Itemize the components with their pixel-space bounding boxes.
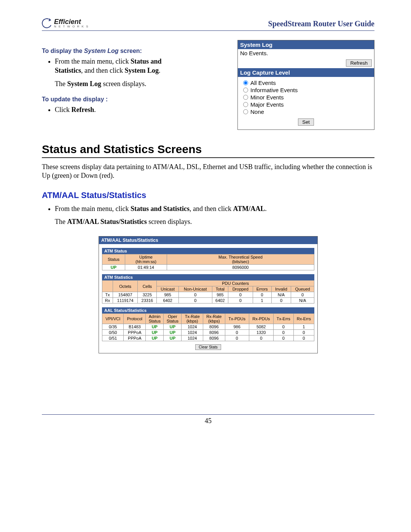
table-row: 0/35 B1483 UP UP 1024 8096 986 5082 0 1: [102, 324, 314, 330]
aal-table: VPI/VCI Protocol AdminStatus OperStatus …: [102, 313, 314, 341]
atm-status-sect: ATM Status: [102, 248, 314, 254]
instr-sub: The System Log screen displays.: [55, 79, 164, 88]
atm-status-table: Status Uptime(hh:mm:ss) Max. Theoretical…: [102, 254, 314, 270]
logo: Efficient N E T W O R K S: [42, 18, 89, 28]
page-header: Efficient N E T W O R K S SpeedStream Ro…: [42, 18, 374, 31]
section-heading: Status and Statistics Screens: [42, 143, 374, 158]
refresh-button[interactable]: Refresh: [346, 59, 372, 67]
radio-label: None: [250, 109, 264, 115]
cell-speed: 8096000: [167, 265, 314, 270]
cell-uptime: 01:49:14: [125, 265, 167, 270]
section-para: These screens display data pertaining to…: [42, 163, 374, 181]
atm-stats-table: Octets Cells PDU Counters Unicast Non-Un…: [102, 280, 314, 304]
panel-title: System Log: [238, 40, 374, 49]
no-events-text: No Events.: [238, 49, 374, 58]
system-log-panel: System Log No Events. Refresh Log Captur…: [237, 40, 374, 130]
radio-label: Informative Events: [250, 87, 298, 93]
page-number: 45: [42, 414, 374, 425]
cell-status: UP: [102, 265, 125, 270]
set-button[interactable]: Set: [298, 118, 314, 126]
atm-shot-title: ATM/AAL Status/Statistics: [99, 236, 317, 244]
table-row: UP 01:49:14 8096000: [102, 265, 314, 270]
table-row: Rx 1119174 23316 6402 0 6402 0 1 0 N/A: [102, 298, 314, 304]
radio-all-events[interactable]: [243, 80, 248, 85]
atm-sub: The ATM/AAL Status/Statistics screen dis…: [55, 217, 374, 226]
instr-bullet: From the main menu, click Status and Sta…: [55, 57, 164, 75]
radio-none[interactable]: [243, 109, 248, 114]
radio-label: Minor Events: [250, 94, 284, 101]
th-uptime: Uptime(hh:mm:ss): [125, 254, 167, 265]
atm-heading: ATM/AAL Status/Statistics: [42, 190, 374, 200]
instr-display-syslog-head: To display the System Log screen:: [42, 48, 164, 54]
atm-stats-sect: ATM Statistics: [102, 274, 314, 280]
radio-major[interactable]: [243, 102, 248, 107]
table-row: 0/50 PPPoA UP UP 1024 8096 0 1320 0 0: [102, 330, 314, 335]
radio-label: All Events: [250, 80, 276, 86]
swoosh-icon: [40, 17, 53, 29]
table-row: Tx 154807 3225 985 0 985 0 0 N/A 0: [102, 292, 314, 298]
th-status: Status: [102, 254, 125, 265]
clear-stats-button[interactable]: Clear Stats: [195, 344, 221, 350]
radio-informative[interactable]: [243, 88, 248, 93]
atm-screenshot: ATM/AAL Status/Statistics ATM Status Sta…: [99, 236, 318, 353]
atm-bullet: From the main menu, click Status and Sta…: [55, 204, 374, 213]
aal-sect: AAL Status/Statistics: [102, 307, 314, 313]
log-capture-head: Log Capture Level: [238, 68, 374, 77]
table-row: 0/51 PPPoA UP UP 1024 8096 0 0 0 0: [102, 335, 314, 341]
logo-brand: Efficient: [54, 19, 89, 25]
radio-label: Major Events: [250, 101, 284, 108]
doc-title: SpeedStream Router User Guide: [268, 19, 374, 28]
radio-minor[interactable]: [243, 95, 248, 100]
instr-bullet: Click Refresh.: [55, 105, 164, 114]
logo-sub: N E T W O R K S: [54, 25, 89, 28]
instr-update-head: To update the display :: [42, 96, 164, 103]
th-speed: Max. Theoretical Speed(bits/sec): [167, 254, 314, 265]
